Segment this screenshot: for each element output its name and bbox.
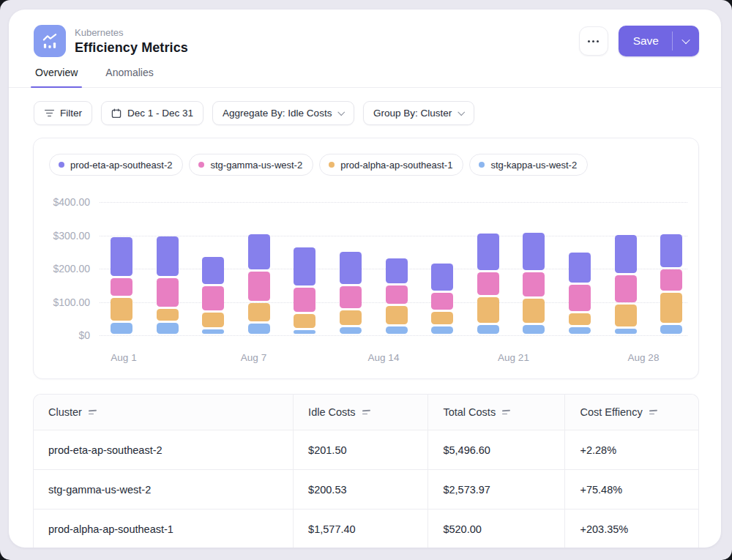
group-by-label: Group By: Cluster — [373, 108, 452, 119]
chart-card: prod-eta-ap-southeast-2stg-gamma-us-west… — [33, 138, 699, 379]
bar-segment-prod-eta-ap-southeast-2 — [294, 247, 315, 286]
bar-segment-stg-kappa-us-west-2 — [111, 323, 132, 334]
main-card: Kubernetes Efficiency Metrics Save Overv… — [9, 10, 721, 548]
bar-segment-prod-alpha-ap-southeast-1 — [248, 303, 270, 321]
ellipsis-icon — [588, 40, 590, 42]
bar-segment-stg-gamma-us-west-2 — [111, 278, 132, 296]
x-axis-tick: Aug 28 — [628, 351, 660, 365]
column-header-idle-costs[interactable]: Idle Costs — [293, 395, 427, 430]
bar-segment-prod-alpha-ap-southeast-1 — [615, 305, 637, 326]
save-dropdown-button[interactable] — [673, 26, 699, 56]
bar-segment-prod-alpha-ap-southeast-1 — [157, 309, 179, 321]
group-by-dropdown[interactable]: Group By: Cluster — [363, 101, 474, 125]
header-actions: Save — [579, 25, 699, 56]
legend-item-prod-alpha-ap-southeast-1[interactable]: prod-alpha-ap-southeast-1 — [319, 154, 463, 176]
sort-icon — [362, 410, 371, 414]
table-header-row: ClusterIdle CostsTotal CostsCost Effienc… — [34, 395, 698, 430]
cell-value: $520.00 — [427, 509, 564, 548]
legend-dot-icon — [59, 162, 64, 168]
y-axis-tick: $300.00 — [34, 228, 90, 243]
bar-segment-stg-kappa-us-west-2 — [248, 324, 270, 334]
save-split-button[interactable]: Save — [619, 26, 699, 56]
tab-anomalies[interactable]: Anomalies — [104, 67, 154, 87]
bar-segment-prod-eta-ap-southeast-2 — [202, 257, 224, 284]
cell-value: $1,577.40 — [293, 509, 427, 548]
filter-toolbar: Filter Dec 1 - Dec 31 Aggregate By: Idle… — [9, 88, 721, 125]
column-header-cluster[interactable]: Cluster — [34, 395, 293, 430]
bar-segment-prod-eta-ap-southeast-2 — [111, 237, 132, 276]
cell-value: $2,573.97 — [427, 470, 564, 509]
bar-segment-prod-alpha-ap-southeast-1 — [477, 297, 499, 322]
column-header-label: Cluster — [48, 406, 82, 418]
bar-segment-stg-gamma-us-west-2 — [202, 286, 224, 310]
table-row: stg-gamma-us-west-2$200.53$2,573.97+75.4… — [34, 469, 698, 509]
bar-segment-stg-gamma-us-west-2 — [615, 275, 637, 302]
y-axis-tick: $400.00 — [34, 195, 90, 209]
bar-segment-prod-alpha-ap-southeast-1 — [431, 312, 453, 324]
legend-dot-icon — [329, 162, 335, 168]
bar-segment-prod-eta-ap-southeast-2 — [340, 252, 362, 284]
y-axis-tick: $200.00 — [34, 261, 90, 276]
bar-segment-stg-kappa-us-west-2 — [523, 325, 545, 334]
filter-label: Filter — [60, 108, 82, 119]
bar-segment-prod-eta-ap-southeast-2 — [523, 233, 545, 270]
bar-segment-stg-kappa-us-west-2 — [202, 329, 224, 334]
column-header-cost-effiency[interactable]: Cost Effiency — [564, 395, 698, 430]
chart-app-icon — [34, 25, 66, 57]
bar-segment-prod-eta-ap-southeast-2 — [431, 264, 453, 291]
cell-value: $201.50 — [293, 430, 427, 469]
cell-value: $200.53 — [293, 470, 427, 509]
chevron-down-icon — [338, 108, 345, 115]
bar-segment-prod-eta-ap-southeast-2 — [660, 234, 682, 267]
legend-dot-icon — [198, 162, 204, 168]
legend-item-prod-eta-ap-southeast-2[interactable]: prod-eta-ap-southeast-2 — [49, 154, 183, 176]
bar-segment-prod-eta-ap-southeast-2 — [477, 234, 499, 270]
bar-segment-stg-gamma-us-west-2 — [477, 272, 499, 295]
more-options-button[interactable] — [579, 26, 608, 56]
aggregate-by-dropdown[interactable]: Aggregate By: Idle Costs — [212, 101, 354, 125]
bar-segment-stg-gamma-us-west-2 — [660, 269, 682, 291]
cell-cluster-name: stg-gamma-us-west-2 — [34, 470, 293, 509]
save-button[interactable]: Save — [619, 26, 672, 56]
cell-cluster-name: prod-alpha-ap-southeast-1 — [34, 509, 293, 548]
sort-icon — [502, 410, 511, 414]
bar-segment-stg-kappa-us-west-2 — [615, 329, 637, 334]
trend-bars-icon — [40, 31, 59, 51]
bar-segment-stg-kappa-us-west-2 — [340, 327, 362, 334]
filter-button[interactable]: Filter — [34, 101, 92, 125]
table-row: prod-eta-ap-southeast-2$201.50$5,496.60+… — [34, 430, 698, 469]
cell-cluster-name: prod-eta-ap-southeast-2 — [34, 430, 293, 469]
cell-value: +75.48% — [564, 470, 698, 509]
legend-item-stg-kappa-us-west-2[interactable]: stg-kappa-us-west-2 — [469, 154, 588, 176]
column-header-label: Idle Costs — [308, 406, 355, 418]
column-header-total-costs[interactable]: Total Costs — [427, 395, 564, 430]
cell-value: +203.35% — [564, 509, 698, 548]
bar-segment-prod-alpha-ap-southeast-1 — [294, 314, 315, 328]
date-range-button[interactable]: Dec 1 - Dec 31 — [101, 101, 203, 125]
x-axis-tick: Aug 14 — [368, 351, 400, 365]
filter-icon — [44, 110, 54, 117]
bar-segment-stg-kappa-us-west-2 — [386, 326, 408, 334]
cluster-table: ClusterIdle CostsTotal CostsCost Effienc… — [33, 394, 699, 548]
legend-item-stg-gamma-us-west-2[interactable]: stg-gamma-us-west-2 — [189, 154, 313, 176]
bar-segment-stg-kappa-us-west-2 — [294, 330, 315, 334]
bar-segment-stg-gamma-us-west-2 — [157, 278, 179, 307]
bar-segment-prod-alpha-ap-southeast-1 — [202, 313, 224, 327]
page-header: Kubernetes Efficiency Metrics Save — [9, 10, 721, 57]
bar-segment-prod-eta-ap-southeast-2 — [157, 236, 179, 275]
column-header-label: Cost Effiency — [580, 406, 642, 418]
bar-segment-prod-alpha-ap-southeast-1 — [340, 310, 362, 325]
bar-segment-prod-eta-ap-southeast-2 — [615, 235, 637, 274]
cell-value: $5,496.60 — [427, 430, 564, 469]
bar-segment-prod-alpha-ap-southeast-1 — [523, 299, 545, 322]
bar-segment-stg-gamma-us-west-2 — [523, 272, 545, 296]
tab-overview[interactable]: Overview — [34, 67, 79, 87]
chart-legend: prod-eta-ap-southeast-2stg-gamma-us-west… — [34, 138, 698, 176]
legend-label: stg-gamma-us-west-2 — [210, 160, 302, 171]
sort-icon — [89, 410, 97, 414]
aggregate-by-label: Aggregate By: Idle Costs — [223, 108, 332, 119]
bar-segment-prod-eta-ap-southeast-2 — [569, 253, 591, 283]
bar-segment-stg-gamma-us-west-2 — [248, 272, 270, 300]
calendar-icon — [111, 108, 122, 119]
sort-icon — [649, 410, 658, 414]
